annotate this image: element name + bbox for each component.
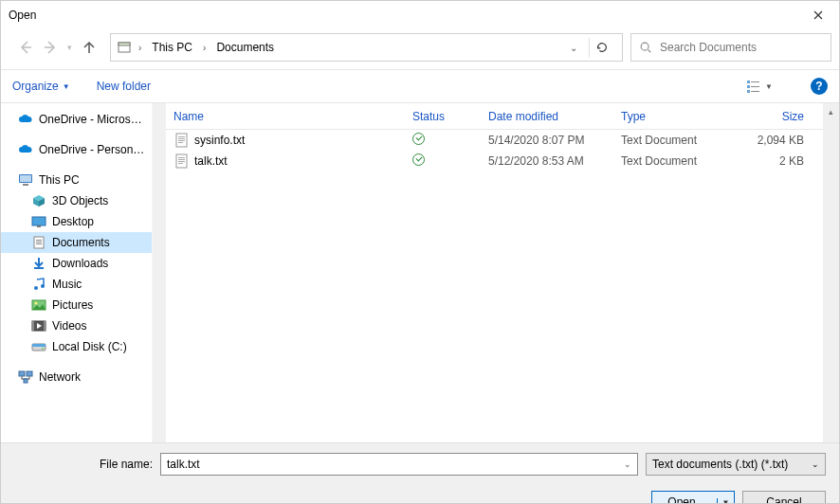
tree-item-downloads[interactable]: Downloads (1, 253, 152, 274)
svg-rect-33 (178, 136, 185, 137)
svg-rect-35 (178, 140, 185, 141)
svg-point-19 (34, 286, 38, 290)
recent-dropdown[interactable]: ▾ (67, 43, 72, 52)
svg-rect-10 (20, 175, 31, 182)
svg-point-2 (641, 43, 648, 50)
tree-item-documents[interactable]: Documents (1, 232, 152, 253)
filetype-select[interactable]: Text documents (.txt) (*.txt) ⌄ (646, 453, 826, 476)
text-file-icon (173, 133, 189, 148)
arrow-up-icon (82, 40, 97, 55)
scroll-up-icon: ▴ (829, 107, 833, 117)
svg-rect-6 (751, 86, 759, 87)
pictures-icon (31, 297, 46, 313)
desktop-icon (31, 214, 46, 229)
svg-rect-27 (32, 344, 46, 347)
vertical-scrollbar[interactable]: ▴ (823, 103, 839, 442)
back-button[interactable] (18, 40, 33, 55)
search-placeholder: Search Documents (660, 41, 757, 54)
tree-item-videos[interactable]: Videos (1, 315, 152, 336)
close-icon (813, 10, 823, 20)
filename-label: File name: (100, 458, 153, 471)
svg-rect-17 (36, 243, 42, 244)
refresh-button[interactable] (595, 41, 618, 54)
svg-rect-16 (36, 242, 42, 243)
refresh-icon (595, 41, 609, 54)
navigation-tree[interactable]: OneDrive - Micros… OneDrive - Person… Th… (1, 103, 153, 442)
svg-rect-41 (178, 163, 183, 164)
svg-point-28 (42, 348, 44, 350)
forward-button[interactable] (43, 40, 58, 55)
arrow-right-icon (43, 40, 58, 55)
column-headers[interactable]: Name Status Date modified Type Size (166, 103, 823, 130)
view-options-button[interactable]: ▼ (746, 80, 773, 93)
chevron-down-icon[interactable]: ⌄ (624, 459, 631, 469)
open-split-dropdown[interactable]: ▼ (717, 498, 734, 505)
tree-item-desktop[interactable]: Desktop (1, 211, 152, 232)
text-file-icon (173, 153, 189, 169)
svg-rect-34 (178, 138, 185, 139)
open-button[interactable]: Open ▼ (651, 491, 735, 504)
status-synced-icon (412, 133, 425, 145)
window-title: Open (9, 9, 796, 22)
column-size[interactable]: Size (727, 110, 812, 123)
svg-rect-13 (37, 225, 41, 227)
tree-item-pictures[interactable]: Pictures (1, 295, 152, 315)
tree-item-localdisk[interactable]: Local Disk (C:) (1, 336, 152, 357)
title-bar: Open (1, 1, 839, 29)
svg-rect-18 (34, 267, 44, 269)
up-button[interactable] (82, 40, 97, 55)
file-row[interactable]: talk.txt 5/12/2020 8:53 AM Text Document… (166, 151, 823, 171)
svg-rect-5 (747, 85, 750, 88)
svg-rect-4 (751, 81, 759, 82)
view-details-icon (746, 80, 761, 93)
music-icon (31, 277, 46, 292)
svg-rect-29 (19, 371, 25, 376)
file-row[interactable]: sysinfo.txt 5/14/2020 8:07 PM Text Docum… (166, 130, 823, 151)
column-type[interactable]: Type (613, 110, 727, 123)
cancel-button[interactable]: Cancel (742, 491, 826, 504)
address-dropdown[interactable]: ⌄ (564, 43, 583, 53)
filename-value: talk.txt (167, 458, 618, 471)
file-list[interactable]: sysinfo.txt 5/14/2020 8:07 PM Text Docum… (166, 130, 823, 442)
tree-item-onedrive-ms[interactable]: OneDrive - Micros… (1, 109, 152, 130)
open-label-rest: pen (677, 495, 696, 504)
new-folder-button[interactable]: New folder (97, 80, 151, 93)
search-icon (639, 41, 652, 54)
cloud-icon (18, 112, 33, 127)
tree-item-music[interactable]: Music (1, 274, 152, 295)
column-status[interactable]: Status (405, 110, 481, 123)
chevron-right-icon: › (136, 43, 144, 53)
arrow-left-icon (18, 40, 33, 55)
breadcrumb-root[interactable]: This PC (148, 39, 196, 56)
chevron-right-icon: › (200, 43, 209, 53)
pane-splitter[interactable] (153, 103, 166, 442)
column-name[interactable]: Name (166, 110, 405, 123)
download-icon (31, 256, 46, 271)
videos-icon (31, 318, 46, 333)
filename-input[interactable]: talk.txt ⌄ (160, 453, 638, 476)
tree-item-onedrive-personal[interactable]: OneDrive - Person… (1, 139, 152, 160)
tree-item-3dobjects[interactable]: 3D Objects (1, 190, 152, 211)
svg-rect-3 (747, 81, 750, 83)
close-button[interactable] (796, 1, 839, 29)
chevron-down-icon: ⌄ (812, 459, 819, 469)
toolbar: Organize ▼ New folder ▼ ? (1, 69, 839, 103)
svg-rect-30 (27, 371, 32, 376)
chevron-down-icon: ▼ (765, 82, 773, 91)
tree-item-network[interactable]: Network (1, 367, 152, 387)
folder-location-icon (117, 40, 132, 55)
address-bar[interactable]: › This PC › Documents ⌄ (110, 33, 623, 62)
svg-rect-12 (32, 217, 46, 225)
help-button[interactable]: ? (811, 78, 828, 95)
organize-button[interactable]: Organize ▼ (12, 80, 70, 93)
svg-rect-38 (178, 157, 185, 158)
svg-rect-8 (751, 91, 759, 92)
search-input[interactable]: Search Documents (630, 33, 831, 62)
breadcrumb-folder[interactable]: Documents (212, 39, 278, 56)
column-date[interactable]: Date modified (481, 110, 613, 123)
svg-rect-25 (44, 321, 46, 331)
svg-point-22 (35, 302, 38, 305)
svg-rect-7 (747, 90, 750, 93)
tree-item-thispc[interactable]: This PC (1, 170, 152, 190)
svg-point-20 (41, 284, 45, 288)
